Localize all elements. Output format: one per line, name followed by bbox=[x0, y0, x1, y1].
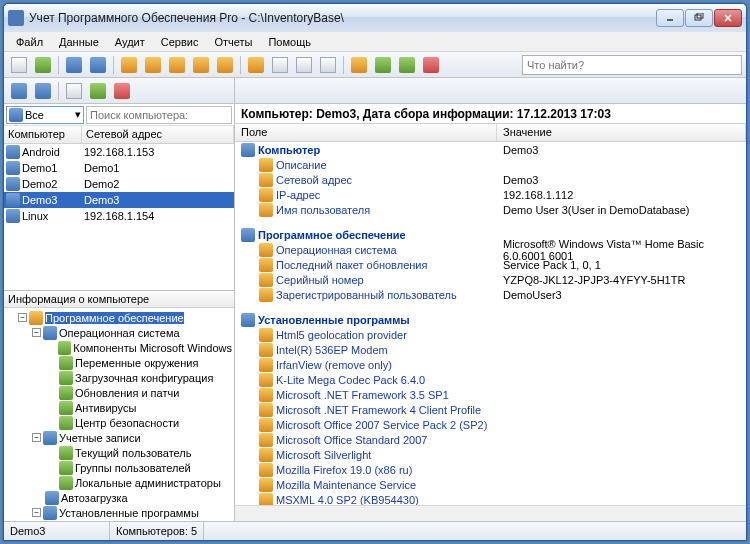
tb-chart-icon[interactable] bbox=[166, 54, 188, 76]
tree-node[interactable]: Загрузочная конфигурация bbox=[6, 370, 232, 385]
detail-row[interactable]: Имя пользователяDemo User 3(User in Demo… bbox=[235, 202, 746, 217]
tree-node[interactable]: Группы пользователей bbox=[6, 460, 232, 475]
detail-row[interactable]: K-Lite Mega Codec Pack 6.4.0 bbox=[235, 372, 746, 387]
dh-field[interactable]: Поле bbox=[235, 124, 497, 141]
tree-header: Информация о компьютере bbox=[4, 291, 234, 308]
menu-Файл[interactable]: Файл bbox=[8, 34, 51, 50]
tb-view-icon[interactable] bbox=[293, 54, 315, 76]
tb-filter-icon[interactable] bbox=[118, 54, 140, 76]
detail-row[interactable]: IP-адрес192.168.1.112 bbox=[235, 187, 746, 202]
filter-search-input[interactable] bbox=[86, 106, 232, 124]
tb-refresh-icon[interactable] bbox=[32, 54, 54, 76]
detail-row[interactable]: Mozilla Maintenance Service bbox=[235, 477, 746, 492]
detail-row[interactable]: Html5 geolocation provider bbox=[235, 327, 746, 342]
tb-edit-icon[interactable] bbox=[269, 54, 291, 76]
tree-node[interactable]: Антивирусы bbox=[6, 400, 232, 415]
detail-row[interactable]: Серийный номерYZPQ8-JKL12-JPJP3-4YFYY-5H… bbox=[235, 272, 746, 287]
lt-remove-icon[interactable] bbox=[111, 80, 133, 102]
tree-toggle-icon[interactable]: − bbox=[18, 313, 27, 322]
detail-row[interactable]: IrfanView (remove only) bbox=[235, 357, 746, 372]
main-window: Учет Программного Обеспечения Pro - C:\I… bbox=[3, 3, 747, 541]
detail-row[interactable]: Intel(R) 536EP Modem bbox=[235, 342, 746, 357]
tree-item-icon bbox=[43, 326, 57, 340]
toolbar-search-input[interactable] bbox=[522, 55, 742, 75]
grid-row[interactable]: Demo1Demo1 bbox=[4, 160, 234, 176]
grid-row[interactable]: Linux192.168.1.154 bbox=[4, 208, 234, 224]
tb-copy-icon[interactable] bbox=[317, 54, 339, 76]
detail-row[interactable]: Microsoft .NET Framework 3.5 SP1 bbox=[235, 387, 746, 402]
tree-node[interactable]: Текущий пользователь bbox=[6, 445, 232, 460]
tree-node[interactable]: Компоненты Microsoft Windows bbox=[6, 340, 232, 355]
menu-Аудит[interactable]: Аудит bbox=[107, 34, 153, 50]
group-icon bbox=[241, 143, 255, 157]
horizontal-scrollbar[interactable] bbox=[235, 505, 746, 521]
lt-add-icon[interactable] bbox=[87, 80, 109, 102]
menu-Сервис[interactable]: Сервис bbox=[153, 34, 207, 50]
dh-value[interactable]: Значение bbox=[497, 124, 746, 141]
minimize-button[interactable] bbox=[656, 9, 684, 27]
tb-back-icon[interactable] bbox=[63, 54, 85, 76]
grid-header: Компьютер Сетевой адрес bbox=[4, 126, 234, 144]
tree-node[interactable]: −Установленные программы bbox=[6, 505, 232, 520]
tree-toggle-icon[interactable]: − bbox=[32, 328, 41, 337]
tb-open-icon[interactable] bbox=[245, 54, 267, 76]
detail-row[interactable]: Операционная системаMicrosoft® Windows V… bbox=[235, 242, 746, 257]
gh-address[interactable]: Сетевой адрес bbox=[82, 126, 234, 143]
menu-Помощь[interactable]: Помощь bbox=[260, 34, 319, 50]
tb-forward-icon[interactable] bbox=[87, 54, 109, 76]
filter-combo[interactable]: Все ▾ bbox=[6, 106, 84, 124]
grid-row[interactable]: Demo2Demo2 bbox=[4, 176, 234, 192]
tree-node[interactable]: −Операционная система bbox=[6, 325, 232, 340]
item-icon bbox=[259, 328, 273, 342]
detail-row[interactable]: Microsoft Office 2007 Service Pack 2 (SP… bbox=[235, 417, 746, 432]
tree-node[interactable]: Центр безопасности bbox=[6, 415, 232, 430]
tb-gear-icon[interactable] bbox=[348, 54, 370, 76]
close-button[interactable] bbox=[714, 9, 742, 27]
item-icon bbox=[259, 243, 273, 257]
tree-node[interactable]: Обновления и патчи bbox=[6, 385, 232, 400]
tb-deny-icon[interactable] bbox=[420, 54, 442, 76]
tb-search-icon[interactable] bbox=[214, 54, 236, 76]
tb-check-icon[interactable] bbox=[396, 54, 418, 76]
item-icon bbox=[259, 433, 273, 447]
tb-users-icon[interactable] bbox=[372, 54, 394, 76]
detail-row[interactable]: Microsoft .NET Framework 4 Client Profil… bbox=[235, 402, 746, 417]
tree-toggle-icon[interactable]: − bbox=[32, 508, 41, 517]
detail-row[interactable]: Последний пакет обновленияService Pack 1… bbox=[235, 257, 746, 272]
lt-network-icon[interactable] bbox=[32, 80, 54, 102]
gh-computer[interactable]: Компьютер bbox=[4, 126, 82, 143]
titlebar[interactable]: Учет Программного Обеспечения Pro - C:\I… bbox=[4, 4, 746, 32]
detail-row[interactable]: MSXML 4.0 SP2 (KB954430) bbox=[235, 492, 746, 505]
detail-row[interactable]: КомпьютерDemo3 bbox=[235, 142, 746, 157]
detail-row[interactable]: Microsoft Office Standard 2007 bbox=[235, 432, 746, 447]
tree-node[interactable]: Автозагрузка bbox=[6, 490, 232, 505]
grid-row[interactable]: Android192.168.1.153 bbox=[4, 144, 234, 160]
tree-node[interactable]: Локальные администраторы bbox=[6, 475, 232, 490]
tree-node[interactable]: Переменные окружения bbox=[6, 355, 232, 370]
tb-tools-icon[interactable] bbox=[190, 54, 212, 76]
item-icon bbox=[259, 158, 273, 172]
tree-item-icon bbox=[59, 476, 73, 490]
tb-group-icon[interactable] bbox=[142, 54, 164, 76]
detail-row[interactable]: Зарегистрированный пользовательDemoUser3 bbox=[235, 287, 746, 302]
left-panel: Все ▾ Компьютер Сетевой адрес Android192… bbox=[4, 78, 235, 521]
detail-row[interactable]: Microsoft Silverlight bbox=[235, 447, 746, 462]
app-icon bbox=[8, 10, 24, 26]
lt-computers-icon[interactable] bbox=[8, 80, 30, 102]
grid-row[interactable]: Demo3Demo3 bbox=[4, 192, 234, 208]
tree-node[interactable]: −Программное обеспечение bbox=[6, 310, 232, 325]
detail-row[interactable]: Описание bbox=[235, 157, 746, 172]
detail-row[interactable]: Установленные программы bbox=[235, 312, 746, 327]
detail-row[interactable]: Сетевой адресDemo3 bbox=[235, 172, 746, 187]
tree-toggle-icon[interactable]: − bbox=[32, 433, 41, 442]
lt-new-icon[interactable] bbox=[63, 80, 85, 102]
tree-node[interactable]: −Учетные записи bbox=[6, 430, 232, 445]
tree-item-icon bbox=[43, 506, 57, 520]
menu-Отчеты[interactable]: Отчеты bbox=[206, 34, 260, 50]
detail-row[interactable]: Mozilla Firefox 19.0 (x86 ru) bbox=[235, 462, 746, 477]
maximize-button[interactable] bbox=[685, 9, 713, 27]
tb-new-icon[interactable] bbox=[8, 54, 30, 76]
tree-item-icon bbox=[59, 371, 73, 385]
menu-Данные[interactable]: Данные bbox=[51, 34, 107, 50]
filter-label: Все bbox=[25, 109, 44, 121]
